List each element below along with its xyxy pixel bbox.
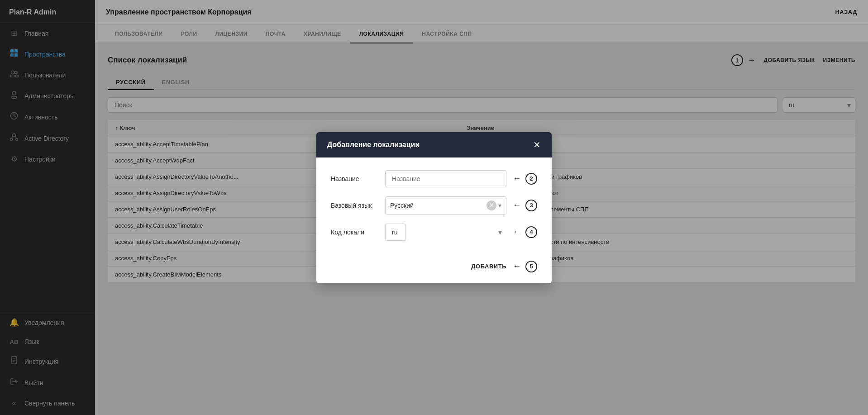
modal-header: Добавление локализации ✕ [316, 132, 552, 157]
name-label: Название [331, 175, 385, 182]
form-row-base-lang: Базовый язык Русский ✕ ▾ ← 3 [331, 196, 537, 215]
annotation-3: 3 [525, 200, 537, 211]
annotation-2-row: ← 2 [513, 173, 537, 185]
annot-arrow-4: ← [513, 227, 521, 237]
annotation-4-row: ← 4 [513, 226, 537, 238]
modal-close-button[interactable]: ✕ [533, 140, 541, 149]
annot-arrow-5: ← [513, 262, 521, 271]
locale-code-select[interactable]: ru en [385, 224, 406, 241]
locale-code-label: Код локали [331, 229, 385, 236]
base-lang-label: Базовый язык [331, 202, 385, 209]
annotation-3-row: ← 3 [513, 200, 537, 211]
add-localization-modal: Добавление локализации ✕ Название ← 2 Ба… [316, 132, 552, 283]
modal-title: Добавление локализации [327, 141, 420, 149]
annot-arrow-3: ← [513, 200, 521, 210]
annotation-5: 5 [525, 261, 537, 272]
base-lang-select[interactable]: Русский ✕ ▾ [385, 196, 506, 215]
base-lang-dropdown-arrow[interactable]: ▾ [498, 202, 501, 209]
annotation-5-row: ← 5 [513, 261, 537, 272]
modal-add-button[interactable]: ДОБАВИТЬ [471, 263, 506, 270]
modal-overlay[interactable]: Добавление локализации ✕ Название ← 2 Ба… [0, 0, 868, 415]
annotation-2: 2 [525, 173, 537, 185]
base-lang-value: Русский [390, 202, 486, 209]
form-row-locale-code: Код локали ru en ← 4 [331, 224, 537, 241]
annotation-4: 4 [525, 226, 537, 238]
form-row-name: Название ← 2 [331, 170, 537, 187]
locale-code-wrapper: ru en [385, 224, 506, 241]
modal-body: Название ← 2 Базовый язык Русский ✕ ▾ ← … [316, 157, 552, 261]
name-input[interactable] [385, 170, 506, 187]
base-lang-clear-button[interactable]: ✕ [486, 200, 496, 210]
annot-arrow-2: ← [513, 174, 521, 183]
modal-footer: ДОБАВИТЬ ← 5 [316, 261, 552, 283]
